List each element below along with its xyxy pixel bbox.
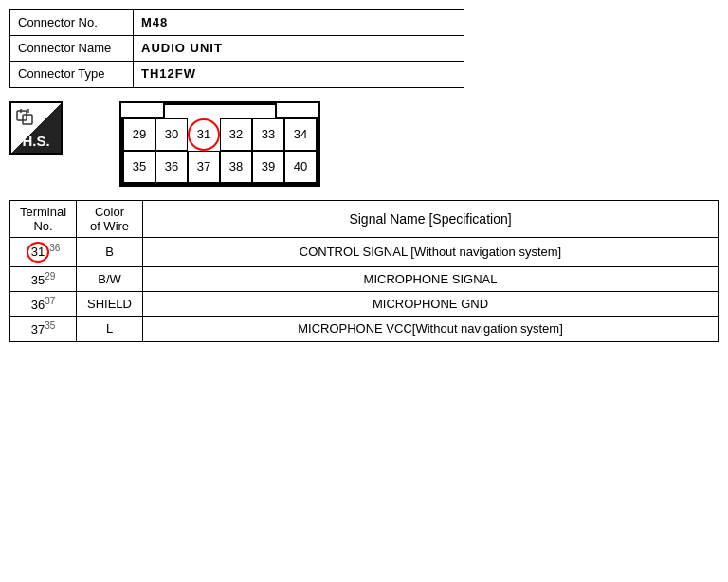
signal-row: 3136BCONTROL SIGNAL [Without navigation … [10,237,719,266]
connector-cell-31: 31 [188,118,220,151]
signal-cell: MICROPHONE VCC[Without navigation system… [143,317,719,341]
connector-cell-36: 36 [155,151,188,183]
connector-cell-32: 32 [220,118,252,151]
terminal-alt: 29 [45,271,55,282]
connector-cell-33: 33 [252,118,284,151]
signal-header: Signal Name [Specification] [143,200,719,237]
info-label: Connector No. [10,10,134,36]
terminal-main: 37 [31,323,45,337]
connector-grid: 293031323334353637383940 [121,117,318,185]
color-header: Colorof Wire [77,200,143,237]
hs-logo: H.S. [9,101,63,155]
svg-rect-0 [17,111,27,120]
connector-diagram-wrapper: 293031323334353637383940 [119,101,320,187]
color-cell: SHIELD [77,291,143,316]
signal-table: TerminalNo. Colorof Wire Signal Name [Sp… [9,200,719,342]
connector-cell-37: 37 [188,151,220,183]
terminal-cell: 3637 [10,291,77,316]
info-table: Connector No.M48Connector NameAUDIO UNIT… [9,9,464,88]
terminal-cell: 3735 [10,317,77,341]
connector-top-bar [163,103,277,118]
signal-row: 3637SHIELDMICROPHONE GND [10,291,719,316]
info-row: Connector No.M48 [10,10,464,36]
info-row: Connector TypeTH12FW [10,62,464,87]
terminal-main: 31 [27,242,49,263]
terminal-header: TerminalNo. [10,200,77,237]
signal-cell: CONTROL SIGNAL [Without navigation syste… [143,237,719,266]
connector-cell-38: 38 [220,151,252,183]
signal-cell: MICROPHONE SIGNAL [143,266,719,291]
info-label: Connector Name [10,36,134,62]
connector-cell-30: 30 [155,118,188,151]
hs-logo-label: H.S. [22,133,49,149]
signal-cell: MICROPHONE GND [143,291,719,316]
terminal-main: 35 [31,273,45,287]
terminal-cell: 3529 [10,266,77,291]
connector-cell-39: 39 [252,151,284,183]
terminal-alt: 36 [49,243,60,253]
connector-cell-34: 34 [284,118,317,151]
hs-icon [15,107,40,131]
hs-section: H.S. 293031323334353637383940 [9,101,719,187]
info-label: Connector Type [10,62,134,87]
info-row: Connector NameAUDIO UNIT [10,36,464,62]
terminal-alt: 35 [45,320,55,331]
color-cell: B [77,237,143,266]
terminal-alt: 37 [45,296,55,306]
terminal-main: 36 [31,298,45,312]
info-value: M48 [134,10,464,36]
connector-cell-29: 29 [123,118,155,151]
signal-row: 3529B/WMICROPHONE SIGNAL [10,266,719,291]
color-cell: B/W [77,266,143,291]
terminal-cell: 3136 [10,237,77,266]
connector-cell-35: 35 [123,151,155,183]
connector-diagram: 293031323334353637383940 [119,101,320,187]
color-cell: L [77,317,143,341]
info-value: AUDIO UNIT [134,36,464,62]
svg-rect-1 [23,115,32,124]
signal-row: 3735LMICROPHONE VCC[Without navigation s… [10,317,719,341]
connector-cell-40: 40 [284,151,317,183]
info-value: TH12FW [134,62,464,87]
